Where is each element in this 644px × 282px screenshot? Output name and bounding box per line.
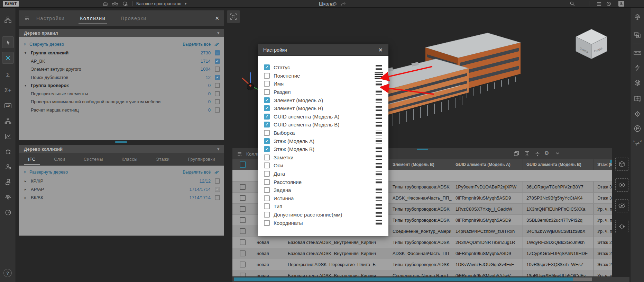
- team-icon[interactable]: [111, 1, 118, 7]
- tree-item-checkbox[interactable]: [215, 75, 220, 80]
- column-toggle-row[interactable]: GUID элемента (Модель А): [258, 113, 388, 121]
- share-icon[interactable]: [340, 1, 347, 7]
- select-all-checkbox[interactable]: [240, 161, 246, 168]
- structure-icon[interactable]: [2, 14, 14, 26]
- rules-tree-item[interactable]: ▾ АР_ВК 1714: [19, 57, 224, 65]
- column-checkbox[interactable]: [264, 130, 270, 136]
- flash-icon[interactable]: [632, 62, 643, 73]
- row-checkbox[interactable]: [240, 228, 246, 234]
- one-d-icon[interactable]: 1D: [2, 100, 14, 112]
- panel-tab[interactable]: Настройки: [36, 16, 65, 21]
- table-menu-icon[interactable]: [237, 151, 243, 157]
- column-checkbox[interactable]: [264, 179, 270, 185]
- rules-tree-item[interactable]: ▾ Группа коллизий 2730: [19, 49, 224, 57]
- collision-tree-item[interactable]: ▸ АР/АР 1714/1714: [19, 185, 224, 193]
- gauge-icon[interactable]: [2, 206, 14, 218]
- collapse-rows-icon[interactable]: [534, 151, 541, 157]
- drag-handle-icon[interactable]: [376, 147, 382, 152]
- drag-handle-icon[interactable]: [376, 131, 382, 135]
- table-resize-handle[interactable]: [417, 149, 428, 150]
- row-checkbox-cell[interactable]: [232, 193, 253, 203]
- table-row[interactable]: новая Базовая стена:ADSK_Внутренняя_Кирп…: [232, 248, 612, 259]
- drag-handle-icon[interactable]: [376, 139, 382, 143]
- row-checkbox-cell[interactable]: [232, 226, 253, 237]
- shield-icon[interactable]: [122, 1, 129, 7]
- select-all-link[interactable]: Выделить всё: [183, 170, 211, 175]
- user-gear-icon[interactable]: [2, 161, 14, 173]
- column-checkbox[interactable]: [264, 73, 270, 79]
- row-checkbox-cell[interactable]: [232, 204, 253, 214]
- column-toggle-row[interactable]: Допустимое расстояние(мм): [258, 211, 388, 219]
- rules-tree-item[interactable]: ▾ Подозрительные элементы 0: [19, 90, 224, 98]
- sum-icon[interactable]: Σ: [2, 69, 14, 81]
- tree-item-checkbox[interactable]: [215, 195, 220, 200]
- drag-handle-icon[interactable]: [376, 204, 382, 209]
- select-all-link[interactable]: Выделить всё: [183, 42, 211, 47]
- gear-icon[interactable]: ⚙: [331, 1, 338, 7]
- hand-box-icon[interactable]: [2, 176, 14, 188]
- column-checkbox[interactable]: [264, 122, 270, 127]
- tree-item-checkbox[interactable]: [215, 67, 220, 72]
- column-toggle-row[interactable]: Расстояние: [258, 178, 388, 186]
- column-toggle-row[interactable]: Заметки: [258, 153, 388, 162]
- tree-item-checkbox[interactable]: [215, 50, 220, 55]
- ruler-icon[interactable]: [632, 48, 643, 58]
- collision-tree-tab[interactable]: Этажи: [156, 157, 169, 162]
- double-check-icon[interactable]: ✓✓: [213, 42, 218, 47]
- rules-tree-item[interactable]: ▾ Элемент внтури другого 1004: [19, 65, 224, 73]
- flag-icon[interactable]: [632, 123, 643, 134]
- column-checkbox[interactable]: [264, 64, 270, 70]
- workspace-selector[interactable]: Базовое пространство: [136, 1, 181, 6]
- collision-tree-tab[interactable]: Системы: [84, 157, 103, 162]
- header-cell[interactable]: Элемент (Модель B): [389, 159, 452, 170]
- rules-tree-header[interactable]: Дерево правил ▾: [19, 29, 224, 37]
- panel-tab[interactable]: Проверки: [121, 16, 146, 21]
- header-cell[interactable]: GUID элемента (Модель B): [523, 159, 594, 170]
- close-icon[interactable]: ✕: [215, 15, 219, 21]
- drag-handle-icon[interactable]: [376, 171, 382, 176]
- column-checkbox[interactable]: [264, 105, 270, 111]
- rules-tree-item[interactable]: ▾ Проверка минимальной свободной площади…: [19, 98, 224, 106]
- horizontal-scrollbar[interactable]: [232, 277, 629, 282]
- panel-tab[interactable]: Коллизии: [80, 16, 105, 21]
- collision-tree-tab[interactable]: Слои: [54, 157, 65, 162]
- expand-tree-icon[interactable]: ▲▼: [24, 170, 26, 174]
- column-checkbox[interactable]: [264, 162, 270, 168]
- expand-caret-icon[interactable]: ▸: [25, 179, 31, 183]
- column-checkbox[interactable]: [264, 114, 270, 120]
- tree-item-checkbox[interactable]: [215, 107, 220, 113]
- collision-tree-tab[interactable]: Классы: [121, 157, 137, 162]
- sum-plus-icon[interactable]: Σ+: [2, 85, 14, 96]
- row-checkbox-cell[interactable]: [232, 270, 253, 276]
- drag-handle-icon[interactable]: [376, 212, 382, 217]
- column-checkbox[interactable]: [264, 195, 270, 201]
- list-icon[interactable]: [596, 1, 602, 7]
- column-checkbox[interactable]: [264, 187, 270, 193]
- column-toggle-row[interactable]: Оси: [258, 161, 388, 170]
- drag-handle-icon[interactable]: [376, 163, 382, 168]
- section-cut-icon[interactable]: ✂ 1 2: [632, 139, 643, 149]
- collision-tree-tab[interactable]: Группировки: [188, 157, 215, 162]
- briefcase-icon[interactable]: [102, 1, 109, 7]
- collision-tree-item[interactable]: ▸ ВК/ВК 1714/1714: [19, 193, 224, 202]
- column-checkbox[interactable]: [264, 171, 270, 177]
- column-checkbox[interactable]: [264, 203, 270, 209]
- cursor-icon[interactable]: [2, 36, 14, 48]
- column-toggle-row[interactable]: Этаж (Модель B): [258, 145, 388, 153]
- column-checkbox[interactable]: [264, 155, 270, 160]
- table-settings-icon[interactable]: ⚙: [544, 150, 549, 156]
- column-checkbox[interactable]: [264, 97, 270, 103]
- panel-resize-handle[interactable]: [115, 141, 127, 143]
- tree-item-checkbox[interactable]: [215, 178, 220, 184]
- tree-item-checkbox[interactable]: [215, 99, 220, 104]
- drag-handle-icon[interactable]: [376, 196, 382, 201]
- collapse-tree-link[interactable]: Свернуть дерево: [29, 42, 64, 47]
- row-checkbox-cell[interactable]: [232, 215, 253, 226]
- column-checkbox[interactable]: [264, 81, 270, 87]
- section-box-icon[interactable]: [632, 78, 643, 88]
- help-icon[interactable]: ?: [3, 269, 12, 277]
- drag-handle-icon[interactable]: [376, 179, 382, 184]
- rules-tree-item[interactable]: ▾ Группа проверок 0: [19, 81, 224, 90]
- column-toggle-row[interactable]: Элемент (Модель B): [258, 104, 388, 113]
- column-checkbox[interactable]: [264, 89, 270, 95]
